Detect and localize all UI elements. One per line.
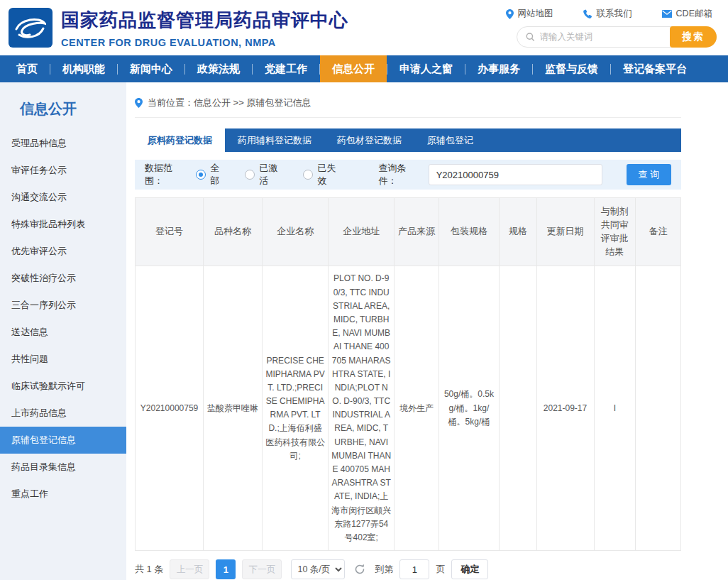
- cell-package-spec: 50g/桶。0.5kg/桶。1kg/桶。5kg/桶: [439, 266, 499, 551]
- query-label: 查询条件：: [378, 162, 424, 187]
- table-header-row: 登记号 品种名称 企业名称 企业地址 产品来源 包装规格 规格 更新日期 与制剂…: [136, 198, 681, 266]
- filter-bar: 数据范围： 全部 已激活 已失效 查询条件： 查 询: [135, 160, 681, 190]
- jump-prefix-label: 到第: [375, 563, 393, 576]
- header-company-address: 企业地址: [329, 198, 395, 266]
- mailbox-link[interactable]: CDE邮箱: [662, 8, 712, 20]
- mailbox-label: CDE邮箱: [676, 8, 712, 20]
- sidebar-item-clinical-trial-license[interactable]: 临床试验默示许可: [0, 373, 126, 400]
- mail-icon: [662, 10, 672, 18]
- radio-expired-label: 已失效: [317, 162, 344, 187]
- header-package-spec: 包装规格: [439, 198, 499, 266]
- search-icon: [526, 32, 535, 42]
- header-reg-number: 登记号: [136, 198, 204, 266]
- location-icon: [506, 9, 514, 19]
- cde-logo-icon: [15, 15, 46, 40]
- cde-logo: [9, 8, 53, 48]
- nav-item-applicant[interactable]: 申请人之窗: [387, 55, 465, 82]
- cell-company-address: PLOT NO. D-90/3, TTC INDUSTRIAL AREA, MI…: [329, 266, 395, 551]
- header-product-name: 品种名称: [204, 198, 263, 266]
- next-page-button[interactable]: 下一页: [242, 559, 282, 579]
- cell-company-name: PRECISE CHEMIPHARMA PVT. LTD.;PRECISE CH…: [263, 266, 329, 551]
- pagination: 共 1 条 上一页 1 下一页 10 条/页 到第 页 确定: [135, 559, 681, 579]
- cell-joint-review-result: I: [594, 266, 636, 551]
- jump-suffix-label: 页: [436, 563, 445, 576]
- sidebar-item-marketed-drugs[interactable]: 上市药品信息: [0, 400, 126, 427]
- radio-all-icon: [196, 170, 206, 180]
- sidebar-item-drug-catalog[interactable]: 药品目录集信息: [0, 454, 126, 481]
- tab-excipient-data[interactable]: 药用辅料登记数据: [225, 128, 324, 152]
- radio-activated-icon: [245, 170, 255, 180]
- prev-page-button[interactable]: 上一页: [170, 559, 209, 579]
- cell-update-date: 2021-09-17: [536, 266, 594, 551]
- page-number-button[interactable]: 1: [216, 559, 236, 579]
- search-input[interactable]: [540, 32, 665, 42]
- sidebar-title: 信息公开: [0, 99, 126, 119]
- scope-label: 数据范围：: [145, 162, 190, 187]
- tab-packaging-data[interactable]: 药包材登记数据: [324, 128, 414, 152]
- tab-raw-aux-pack[interactable]: 原辅包登记: [414, 128, 486, 152]
- page-size-select[interactable]: 10 条/页: [291, 559, 345, 579]
- sitemap-link[interactable]: 网站地图: [506, 8, 553, 20]
- site-subtitle: CENTER FOR DRUG EVALUATION, NMPA: [61, 37, 348, 48]
- confirm-button[interactable]: 确定: [451, 559, 488, 579]
- registration-table: 登记号 品种名称 企业名称 企业地址 产品来源 包装规格 规格 更新日期 与制剂…: [135, 197, 681, 551]
- sidebar-item-accepted-products[interactable]: 受理品种信息: [0, 130, 126, 157]
- refresh-icon: [354, 564, 365, 575]
- tab-api-data[interactable]: 原料药登记数据: [135, 128, 225, 152]
- main-content: 当前位置：信息公开 >> 原辅包登记信息 原料药登记数据 药用辅料登记数据 药包…: [126, 82, 728, 580]
- table-row: Y20210000759 盐酸萘甲唑啉 PRECISE CHEMIPHARMA …: [136, 266, 681, 551]
- header-remark: 备注: [636, 198, 681, 266]
- header-company-name: 企业名称: [263, 198, 329, 266]
- nav-item-services[interactable]: 办事服务: [465, 55, 532, 82]
- nav-item-functions[interactable]: 机构职能: [50, 55, 117, 82]
- sidebar-item-priority-review[interactable]: 优先审评公示: [0, 238, 126, 265]
- sidebar-item-common-issues[interactable]: 共性问题: [0, 346, 126, 373]
- contact-link[interactable]: 联系我们: [583, 8, 632, 20]
- header-product-source: 产品来源: [395, 198, 439, 266]
- radio-activated-label: 已激活: [259, 162, 286, 187]
- brand: 国家药品监督管理局药品审评中心 CENTER FOR DRUG EVALUATI…: [61, 8, 348, 48]
- site-title: 国家药品监督管理局药品审评中心: [61, 8, 348, 33]
- sidebar-item-three-in-one[interactable]: 三合一序列公示: [0, 292, 126, 319]
- sidebar-item-review-tasks[interactable]: 审评任务公示: [0, 157, 126, 184]
- contact-label: 联系我们: [597, 8, 632, 20]
- breadcrumb: 当前位置：信息公开 >> 原辅包登记信息: [135, 97, 681, 118]
- sidebar-item-excipient-registration[interactable]: 原辅包登记信息: [0, 427, 126, 454]
- sidebar-item-special-approval[interactable]: 特殊审批品种列表: [0, 211, 126, 238]
- query-input[interactable]: [429, 164, 602, 185]
- header-spec: 规格: [499, 198, 536, 266]
- data-tabs: 原料药登记数据 药用辅料登记数据 药包材登记数据 原辅包登记: [135, 128, 681, 152]
- total-count: 共 1 条: [135, 563, 163, 576]
- refresh-button[interactable]: [351, 561, 368, 578]
- jump-page-input[interactable]: [399, 559, 429, 579]
- cell-spec: [499, 266, 536, 551]
- sidebar-item-delivery-info[interactable]: 送达信息: [0, 319, 126, 346]
- sidebar-item-communication[interactable]: 沟通交流公示: [0, 184, 126, 211]
- nav-item-registration-platform[interactable]: 登记备案平台: [611, 55, 699, 82]
- sidebar: 信息公开 受理品种信息 审评任务公示 沟通交流公示 特殊审批品种列表 优先审评公…: [0, 82, 126, 580]
- query-button[interactable]: 查 询: [627, 164, 671, 185]
- phone-icon: [583, 9, 592, 18]
- sitemap-label: 网站地图: [518, 8, 553, 20]
- radio-all-label: 全部: [210, 162, 228, 187]
- scope-radio-group: 全部 已激活 已失效: [196, 162, 344, 187]
- radio-expired-icon: [303, 170, 313, 180]
- nav-item-info-disclosure[interactable]: 信息公开: [320, 55, 387, 82]
- nav-item-home[interactable]: 首页: [4, 55, 50, 82]
- nav-item-party[interactable]: 党建工作: [253, 55, 319, 82]
- nav-item-feedback[interactable]: 监督与反馈: [533, 55, 610, 82]
- sidebar-item-breakthrough-therapy[interactable]: 突破性治疗公示: [0, 265, 126, 292]
- location-pin-icon: [135, 98, 143, 108]
- sidebar-item-key-work[interactable]: 重点工作: [0, 481, 126, 508]
- breadcrumb-text[interactable]: 当前位置：信息公开 >> 原辅包登记信息: [148, 97, 311, 109]
- radio-activated[interactable]: 已激活: [245, 162, 286, 187]
- header-update-date: 更新日期: [536, 198, 594, 266]
- cell-product-source: 境外生产: [395, 266, 439, 551]
- quick-links: 网站地图 联系我们 CDE邮箱: [506, 8, 717, 20]
- search-button[interactable]: 搜索: [670, 26, 717, 48]
- radio-expired[interactable]: 已失效: [303, 162, 344, 187]
- nav-item-news[interactable]: 新闻中心: [118, 55, 184, 82]
- nav-item-policy[interactable]: 政策法规: [185, 55, 252, 82]
- site-header: 国家药品监督管理局药品审评中心 CENTER FOR DRUG EVALUATI…: [0, 0, 728, 55]
- radio-all[interactable]: 全部: [196, 162, 228, 187]
